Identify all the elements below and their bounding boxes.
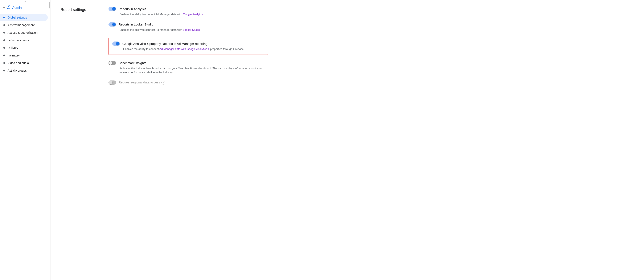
setting-title-benchmark-insights: Benchmark Insights <box>118 61 146 65</box>
nav-label-global-settings: Global settings <box>8 16 27 19</box>
scroll-top-arrow[interactable]: ▲ <box>24 0 26 2</box>
nav-dot-global-settings <box>3 17 5 18</box>
nav-label-linked-accounts: Linked accounts <box>8 39 29 42</box>
admin-label: Admin <box>12 6 22 10</box>
toggle-ga4-property[interactable] <box>112 42 120 46</box>
sidebar-item-linked-accounts[interactable]: Linked accounts <box>0 37 48 44</box>
toggle-thumb-regional-data <box>109 81 112 84</box>
main-content: Report settings Reports in AnalyticsEnab… <box>50 0 644 280</box>
nav-dot-ads-txt <box>3 24 5 26</box>
setting-reports-in-analytics: Reports in AnalyticsEnables the ability … <box>108 7 268 17</box>
toggle-reports-in-looker[interactable] <box>108 22 116 27</box>
setting-ga4-property: Google Analytics 4 property Reports in A… <box>108 38 268 55</box>
nav-dot-access-authorization <box>3 32 5 34</box>
setting-header-reports-in-looker: Reports in Looker Studio <box>108 22 268 27</box>
setting-benchmark-insights: Benchmark InsightsActivates the Industry… <box>108 61 268 75</box>
setting-title-ga4-property: Google Analytics 4 property Reports in A… <box>122 42 207 46</box>
help-icon-regional-data[interactable]: ? <box>162 81 165 84</box>
section-title: Report settings <box>60 7 98 92</box>
sidebar: ▲ ▾ Admin Global settingsAds.txt managem… <box>0 0 50 280</box>
toggle-reports-in-analytics[interactable] <box>108 7 116 11</box>
setting-header-benchmark-insights: Benchmark Insights <box>108 61 268 65</box>
nav-label-ads-txt: Ads.txt management <box>8 23 34 27</box>
toggle-track-benchmark-insights <box>108 61 116 65</box>
setting-desc-benchmark-insights: Activates the Industry benchmarks card o… <box>120 66 268 75</box>
nav-label-inventory: Inventory <box>8 54 20 57</box>
admin-header[interactable]: ▾ Admin <box>0 3 50 14</box>
nav-dot-activity-groups <box>3 70 5 71</box>
nav-label-activity-groups: Activity groups <box>8 69 27 72</box>
sidebar-item-global-settings[interactable]: Global settings <box>0 14 48 21</box>
setting-regional-data: Request regional data access? <box>108 80 268 86</box>
toggle-benchmark-insights[interactable] <box>108 61 116 65</box>
setting-header-ga4-property: Google Analytics 4 property Reports in A… <box>112 42 264 46</box>
toggle-track-reports-in-analytics <box>108 7 116 11</box>
toggle-track-regional-data <box>108 80 116 85</box>
toggle-thumb-reports-in-analytics <box>112 7 116 11</box>
setting-title-reports-in-analytics: Reports in Analytics <box>118 7 146 11</box>
nav-dot-linked-accounts <box>3 39 5 41</box>
scrollbar-track <box>49 0 50 280</box>
setting-header-reports-in-analytics: Reports in Analytics <box>108 7 268 11</box>
settings-panel: Reports in AnalyticsEnables the ability … <box>108 7 268 92</box>
nav-label-video-audio: Video and audio <box>8 61 29 65</box>
toggle-thumb-benchmark-insights <box>109 61 112 65</box>
setting-title-reports-in-looker: Reports in Looker Studio <box>118 23 153 26</box>
sidebar-item-inventory[interactable]: Inventory <box>0 52 48 59</box>
nav-dot-inventory <box>3 55 5 56</box>
wrench-icon <box>6 5 10 10</box>
scrollbar-thumb[interactable] <box>49 2 50 9</box>
nav-label-delivery: Delivery <box>8 46 18 50</box>
setting-desc-reports-in-looker: Enables the ability to connect Ad Manage… <box>120 28 268 32</box>
setting-title-regional-data: Request regional data access? <box>118 80 165 84</box>
setting-desc-reports-in-analytics: Enables the ability to connect Ad Manage… <box>120 12 268 17</box>
sidebar-item-activity-groups[interactable]: Activity groups <box>0 67 48 74</box>
sidebar-item-ads-txt[interactable]: Ads.txt management <box>0 21 48 29</box>
setting-header-regional-data: Request regional data access? <box>108 80 268 85</box>
nav-dot-video-audio <box>3 62 5 64</box>
toggle-track-reports-in-looker <box>108 22 116 27</box>
toggle-thumb-ga4-property <box>116 42 120 45</box>
setting-desc-ga4-property: Enables the ability to connect Ad Manage… <box>123 47 264 51</box>
sidebar-item-delivery[interactable]: Delivery <box>0 44 48 52</box>
sidebar-nav: Global settingsAds.txt managementAccess … <box>0 14 50 74</box>
toggle-track-ga4-property <box>112 42 120 46</box>
setting-link-reports-in-analytics[interactable]: Google Analytics <box>183 13 203 16</box>
toggle-thumb-reports-in-looker <box>112 23 116 26</box>
sidebar-item-access-authorization[interactable]: Access & authorization <box>0 29 48 37</box>
sidebar-item-video-audio[interactable]: Video and audio <box>0 59 48 67</box>
nav-dot-delivery <box>3 47 5 49</box>
toggle-regional-data[interactable] <box>108 80 116 85</box>
report-settings-section: Report settings Reports in AnalyticsEnab… <box>60 7 634 92</box>
setting-reports-in-looker: Reports in Looker StudioEnables the abil… <box>108 22 268 32</box>
setting-link-reports-in-looker[interactable]: Looker Studio <box>183 28 200 31</box>
setting-link-ga4-property[interactable]: Ad Manager data with Google Analytics 4 <box>159 47 210 51</box>
chevron-icon: ▾ <box>3 6 5 9</box>
nav-label-access-authorization: Access & authorization <box>8 31 38 34</box>
